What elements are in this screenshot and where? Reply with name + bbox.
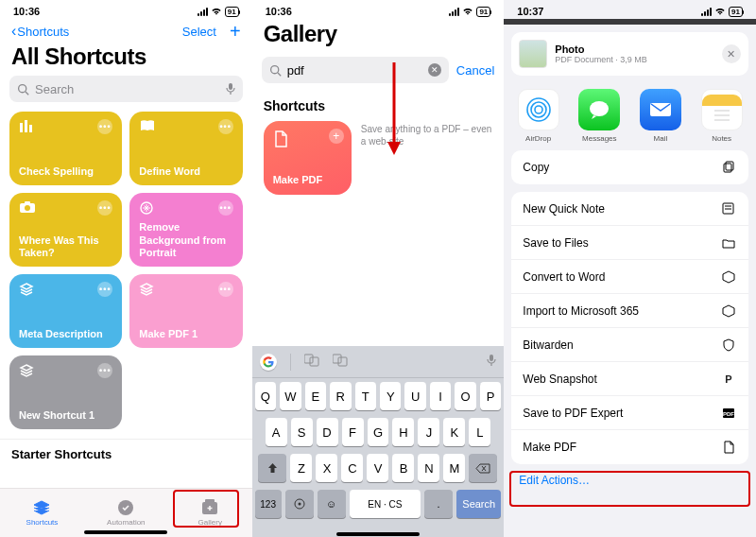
key-123[interactable]: 123 <box>255 490 282 518</box>
folder-icon <box>720 237 737 249</box>
more-icon[interactable]: ••• <box>97 282 112 297</box>
key-f[interactable]: F <box>342 418 364 446</box>
action-bitwarden[interactable]: Bitwarden <box>511 328 748 362</box>
app-mail[interactable]: Mail <box>640 89 681 143</box>
action-convert-word[interactable]: Convert to Word <box>511 260 748 294</box>
action-save-pdf-expert[interactable]: Save to PDF ExpertPDF <box>511 396 748 430</box>
key-a[interactable]: A <box>266 418 287 446</box>
search-icon <box>17 83 29 95</box>
wifi-icon <box>462 8 473 16</box>
back-button[interactable]: ‹Shortcuts <box>11 23 69 40</box>
svg-point-7 <box>25 205 30 211</box>
shortcuts-grid: ••• Check Spelling ••• Define Word ••• W… <box>0 112 252 429</box>
app-messages[interactable]: Messages <box>578 89 620 143</box>
mic-icon[interactable] <box>226 82 235 95</box>
action-quick-note[interactable]: New Quick Note <box>511 192 748 226</box>
screen-gallery-search: 10:36 91 Gallery pdf ✕ Cancel Shortcuts … <box>252 0 505 537</box>
key-e[interactable]: E <box>305 382 326 410</box>
svg-rect-17 <box>304 355 313 363</box>
search-icon <box>269 64 282 77</box>
action-web-snapshot[interactable]: Web SnapshotP <box>511 362 748 396</box>
gallery-card-make-pdf[interactable]: + Make PDF <box>264 121 352 195</box>
more-icon[interactable]: ••• <box>218 200 233 216</box>
more-icon[interactable]: ••• <box>218 119 233 134</box>
action-save-files[interactable]: Save to Files <box>511 226 748 260</box>
google-icon[interactable] <box>260 354 277 371</box>
svg-rect-5 <box>29 125 32 132</box>
shortcut-tile[interactable]: ••• New Shortcut 1 <box>9 355 122 429</box>
key-search[interactable]: Search <box>456 490 501 518</box>
key-h[interactable]: H <box>392 418 414 446</box>
key-q[interactable]: Q <box>255 382 276 410</box>
shortcut-tile[interactable]: ••• Make PDF 1 <box>129 274 242 348</box>
shortcut-tile[interactable]: ••• Remove Background from Portrait <box>129 193 242 267</box>
key-x[interactable]: X <box>316 454 337 482</box>
key-j[interactable]: J <box>418 418 439 446</box>
svg-point-25 <box>531 102 546 117</box>
key-g[interactable]: G <box>368 418 389 446</box>
key-k[interactable]: K <box>443 418 465 446</box>
key-s[interactable]: S <box>291 418 313 446</box>
key-v[interactable]: V <box>367 454 388 482</box>
more-icon[interactable]: ••• <box>97 200 112 216</box>
key-o[interactable]: O <box>455 382 475 410</box>
clear-icon[interactable]: ✕ <box>428 63 441 77</box>
key-c[interactable]: C <box>341 454 363 482</box>
shortcut-tile[interactable]: ••• Define Word <box>129 112 242 185</box>
screen-share-sheet: 10:37 91 Photo PDF Document · 3,9 MB ✕ A… <box>504 0 756 537</box>
more-icon[interactable]: ••• <box>97 119 112 134</box>
key-p[interactable]: P <box>480 382 501 410</box>
edit-actions-button[interactable]: Edit Actions… <box>504 464 756 496</box>
key-i[interactable]: I <box>430 382 451 410</box>
translate-icon[interactable] <box>333 354 348 371</box>
key-b[interactable]: B <box>392 454 414 482</box>
svg-rect-32 <box>724 164 731 172</box>
app-notes[interactable]: Notes <box>701 89 743 143</box>
key-dot[interactable]: . <box>424 490 453 518</box>
search-field[interactable]: Search <box>9 76 243 102</box>
key-w[interactable]: W <box>280 382 301 410</box>
key-t[interactable]: T <box>355 382 376 410</box>
mic-icon[interactable] <box>487 354 496 371</box>
add-icon[interactable]: + <box>329 129 344 144</box>
file-subtitle: PDF Document · 3,9 MB <box>555 55 714 64</box>
key-n[interactable]: N <box>418 454 439 482</box>
action-make-pdf[interactable]: Make PDF <box>511 430 748 464</box>
action-import-365[interactable]: Import to Microsoft 365 <box>511 294 748 328</box>
more-icon[interactable]: ••• <box>218 282 233 297</box>
tab-gallery[interactable]: Gallery <box>168 489 252 537</box>
key-r[interactable]: R <box>330 382 351 410</box>
home-indicator[interactable] <box>336 532 420 536</box>
more-icon[interactable]: ••• <box>97 363 112 378</box>
clock: 10:36 <box>13 6 40 17</box>
shortcut-tile[interactable]: ••• Check Spelling <box>9 112 122 185</box>
key-l[interactable]: L <box>469 418 490 446</box>
search-field[interactable]: pdf ✕ <box>262 57 449 83</box>
select-button[interactable]: Select <box>182 25 216 39</box>
key-m[interactable]: M <box>443 454 465 482</box>
home-indicator[interactable] <box>84 530 167 534</box>
app-airdrop[interactable]: AirDrop <box>518 89 559 143</box>
svg-rect-8 <box>25 201 30 204</box>
translate-icon[interactable] <box>304 354 319 371</box>
hex-icon <box>720 304 737 318</box>
key-d[interactable]: D <box>317 418 338 446</box>
key-y[interactable]: Y <box>380 382 401 410</box>
status-bar: 10:36 91 <box>252 0 505 19</box>
key-backspace[interactable] <box>469 454 497 482</box>
key-emoji[interactable]: ☺ <box>318 490 346 518</box>
file-thumbnail <box>519 40 547 68</box>
shortcut-tile[interactable]: ••• Where Was This Taken? <box>9 193 122 267</box>
action-copy[interactable]: Copy <box>511 150 748 184</box>
key-gear[interactable] <box>285 490 314 518</box>
cancel-button[interactable]: Cancel <box>456 63 494 78</box>
key-space[interactable]: EN · CS <box>350 490 421 518</box>
key-shift[interactable] <box>258 454 286 482</box>
tab-shortcuts[interactable]: Shortcuts <box>0 489 84 537</box>
add-button[interactable]: + <box>230 25 241 38</box>
svg-rect-20 <box>338 357 347 366</box>
close-button[interactable]: ✕ <box>722 44 741 63</box>
key-u[interactable]: U <box>404 382 425 410</box>
shortcut-tile[interactable]: ••• Meta Description <box>9 274 122 348</box>
key-z[interactable]: Z <box>290 454 312 482</box>
